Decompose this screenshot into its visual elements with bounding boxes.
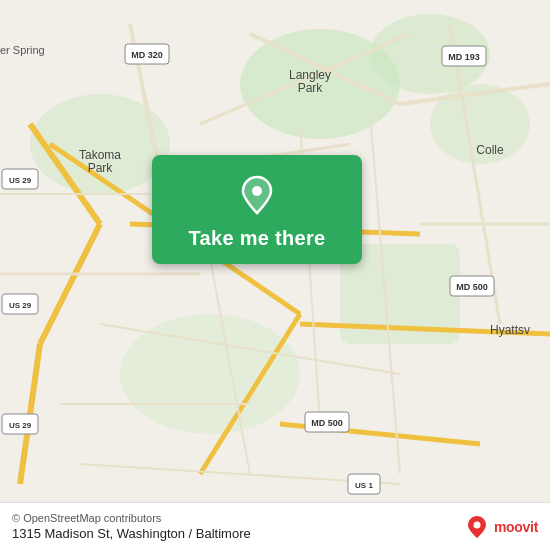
svg-text:US 29: US 29 — [9, 176, 32, 185]
moovit-icon — [464, 514, 490, 540]
svg-text:MD 500: MD 500 — [456, 282, 488, 292]
moovit-label: moovit — [494, 519, 538, 535]
moovit-logo: moovit — [464, 514, 538, 540]
address-text: 1315 Madison St, Washington / Baltimore — [12, 526, 251, 541]
svg-text:Park: Park — [88, 161, 114, 175]
svg-text:MD 193: MD 193 — [448, 52, 480, 62]
svg-text:US 29: US 29 — [9, 421, 32, 430]
take-me-there-button[interactable]: Take me there — [152, 155, 362, 264]
bottom-bar: © OpenStreetMap contributors 1315 Madiso… — [0, 502, 550, 550]
svg-text:er Spring: er Spring — [0, 44, 45, 56]
svg-text:Langley: Langley — [289, 68, 331, 82]
copyright-text: © OpenStreetMap contributors — [12, 512, 251, 524]
take-me-there-label: Take me there — [189, 227, 326, 250]
map-background: MD 320 MD 193 MD 500 MD 500 US 29 US 29 … — [0, 0, 550, 550]
svg-text:Colle: Colle — [476, 143, 504, 157]
svg-text:MD 500: MD 500 — [311, 418, 343, 428]
svg-point-55 — [473, 521, 480, 528]
svg-text:Hyattsv: Hyattsv — [490, 323, 530, 337]
svg-point-54 — [252, 186, 262, 196]
svg-text:US 1: US 1 — [355, 481, 373, 490]
svg-text:Park: Park — [298, 81, 324, 95]
svg-text:Takoma: Takoma — [79, 148, 121, 162]
location-pin-icon — [235, 173, 279, 217]
map-container: MD 320 MD 193 MD 500 MD 500 US 29 US 29 … — [0, 0, 550, 550]
bottom-left-info: © OpenStreetMap contributors 1315 Madiso… — [12, 512, 251, 541]
svg-text:MD 320: MD 320 — [131, 50, 163, 60]
svg-text:US 29: US 29 — [9, 301, 32, 310]
